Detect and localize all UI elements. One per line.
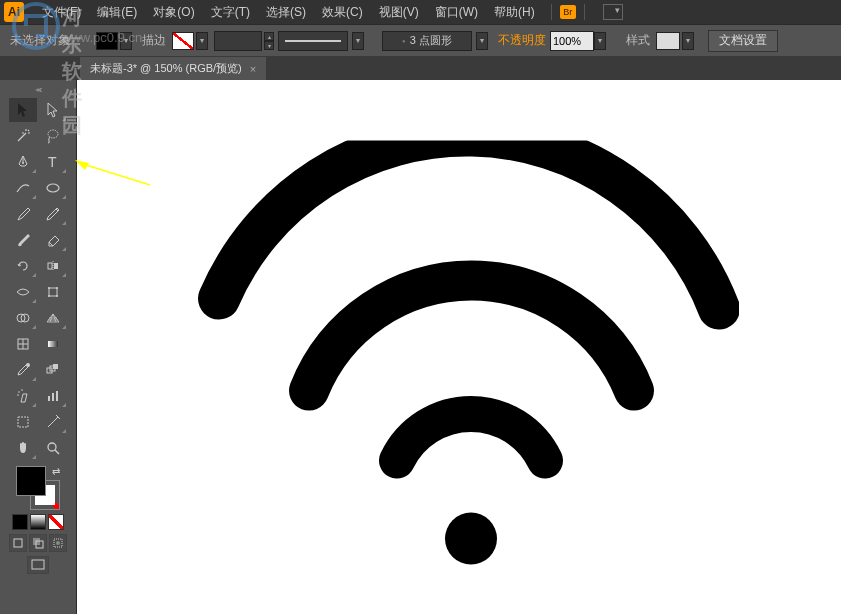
menu-type[interactable]: 文字(T) [203, 4, 258, 21]
eyedropper-tool[interactable] [9, 358, 37, 382]
app-logo-icon: Ai [4, 2, 24, 22]
selection-tool[interactable] [9, 98, 37, 122]
menu-edit[interactable]: 编辑(E) [89, 4, 145, 21]
eraser-tool[interactable] [39, 228, 67, 252]
svg-rect-37 [32, 560, 44, 569]
svg-point-10 [56, 287, 58, 289]
stroke-weight-down[interactable]: ▾ [264, 41, 274, 50]
fill-dropdown[interactable]: ▾ [120, 32, 132, 50]
hand-tool[interactable] [9, 436, 37, 460]
svg-point-25 [17, 394, 19, 396]
menu-file[interactable]: 文件(F) [34, 4, 89, 21]
reflect-tool[interactable] [39, 254, 67, 278]
svg-rect-32 [14, 539, 22, 547]
document-tab[interactable]: 未标题-3* @ 150% (RGB/预览) × [80, 57, 266, 80]
direct-selection-tool[interactable] [39, 98, 67, 122]
width-tool[interactable] [9, 280, 37, 304]
menu-bar: Ai 文件(F) 编辑(E) 对象(O) 文字(T) 选择(S) 效果(C) 视… [0, 0, 841, 24]
stroke-swatch[interactable] [172, 32, 194, 50]
menu-separator [584, 4, 585, 20]
menu-object[interactable]: 对象(O) [145, 4, 202, 21]
svg-point-4 [47, 184, 59, 192]
svg-point-9 [48, 287, 50, 289]
zoom-tool[interactable] [39, 436, 67, 460]
document-setup-button[interactable]: 文档设置 [708, 30, 778, 52]
svg-line-31 [55, 450, 59, 454]
rotate-tool[interactable] [9, 254, 37, 278]
artboard-tool[interactable] [9, 410, 37, 434]
symbol-sprayer-tool[interactable] [9, 384, 37, 408]
color-mode-none[interactable] [48, 514, 64, 530]
svg-rect-6 [54, 263, 58, 269]
svg-rect-22 [53, 364, 58, 369]
svg-point-12 [56, 295, 58, 297]
opacity-label[interactable]: 不透明度 [498, 32, 546, 49]
swap-fill-stroke-icon[interactable]: ⇄ [52, 466, 60, 477]
style-dropdown[interactable]: ▾ [682, 32, 694, 50]
brush-definition-dropdown[interactable]: ● 3 点圆形 [382, 31, 472, 51]
paintbrush-tool[interactable] [9, 202, 37, 226]
brush-dropdown-btn[interactable]: ▾ [476, 32, 488, 50]
line-segment-tool[interactable] [9, 176, 37, 200]
style-label: 样式 [626, 32, 650, 49]
tab-title: 未标题-3* @ 150% (RGB/预览) [90, 61, 242, 76]
opacity-input[interactable] [550, 31, 594, 51]
menu-effect[interactable]: 效果(C) [314, 4, 371, 21]
svg-rect-18 [48, 341, 58, 347]
stroke-profile-btn[interactable]: ▾ [352, 32, 364, 50]
menu-view[interactable]: 视图(V) [371, 4, 427, 21]
fill-swatch[interactable] [96, 32, 118, 50]
stroke-profile-dropdown[interactable] [278, 31, 348, 51]
svg-text:T: T [48, 154, 57, 170]
draw-normal-mode[interactable] [9, 534, 27, 552]
arrange-documents-icon[interactable] [603, 4, 623, 20]
menu-separator [551, 4, 552, 20]
color-mode-gradient[interactable] [30, 514, 46, 530]
selection-status: 未选择对象 [10, 32, 70, 49]
svg-rect-8 [49, 288, 57, 296]
svg-point-38 [445, 513, 497, 565]
control-bar: 未选择对象 ▾ 描边 ▾ ▴ ▾ ▾ ● 3 点圆形 ▾ 不透明度 ▾ 样式 ▾… [0, 24, 841, 56]
shape-builder-tool[interactable] [9, 306, 37, 330]
svg-point-30 [48, 443, 56, 451]
stroke-label: 描边 [142, 32, 166, 49]
opacity-dropdown[interactable]: ▾ [594, 32, 606, 50]
panel-collapse-handle[interactable]: ◂◂ :::::: [2, 84, 74, 94]
screen-mode-button[interactable] [27, 556, 49, 574]
mesh-tool[interactable] [9, 332, 37, 356]
color-mode-solid[interactable] [12, 514, 28, 530]
lasso-tool[interactable] [39, 124, 67, 148]
perspective-grid-tool[interactable] [39, 306, 67, 330]
menu-window[interactable]: 窗口(W) [427, 4, 486, 21]
slice-tool[interactable] [39, 410, 67, 434]
svg-rect-28 [56, 391, 58, 401]
blob-brush-tool[interactable] [9, 228, 37, 252]
menu-help[interactable]: 帮助(H) [486, 4, 543, 21]
bridge-icon[interactable]: Br [560, 5, 576, 19]
graphic-style-swatch[interactable] [656, 32, 680, 50]
canvas[interactable]: www.pShow.NET [77, 80, 841, 614]
column-graph-tool[interactable] [39, 384, 67, 408]
gradient-tool[interactable] [39, 332, 67, 356]
magic-wand-tool[interactable] [9, 124, 37, 148]
blend-tool[interactable] [39, 358, 67, 382]
pen-tool[interactable] [9, 150, 37, 174]
svg-point-24 [21, 389, 23, 391]
tab-close-icon[interactable]: × [250, 63, 256, 75]
free-transform-tool[interactable] [39, 280, 67, 304]
fill-color-box[interactable] [16, 466, 46, 496]
fill-stroke-control[interactable]: ⇄ [16, 466, 60, 510]
menu-select[interactable]: 选择(S) [258, 4, 314, 21]
draw-inside-mode[interactable] [49, 534, 67, 552]
ellipse-tool[interactable] [39, 176, 67, 200]
stroke-weight-up[interactable]: ▴ [264, 32, 274, 41]
wifi-artwork [179, 141, 739, 571]
pencil-tool[interactable] [39, 202, 67, 226]
type-tool[interactable]: T [39, 150, 67, 174]
tools-panel: ◂◂ :::::: T [0, 80, 77, 614]
draw-behind-mode[interactable] [29, 534, 47, 552]
svg-point-19 [26, 363, 30, 367]
svg-rect-26 [48, 396, 50, 401]
stroke-dropdown[interactable]: ▾ [196, 32, 208, 50]
stroke-weight-input[interactable] [214, 31, 262, 51]
